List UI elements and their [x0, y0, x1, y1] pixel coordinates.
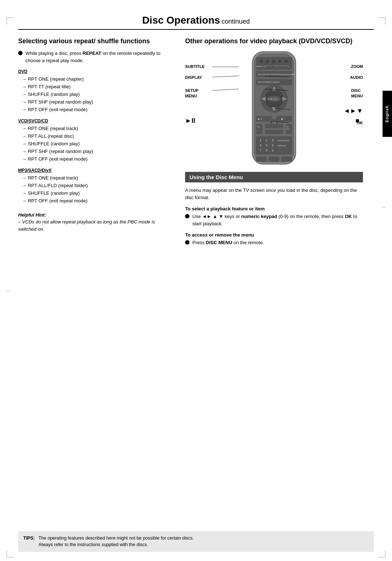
- disc-menu-intro: A menu may appear on the TV screen once …: [185, 187, 363, 201]
- svg-text:5: 5: [266, 144, 268, 147]
- svg-text:SETUP    MENU         MENU: SETUP MENU MENU: [258, 81, 279, 83]
- list-item: RPT ONE (repeat track): [22, 125, 174, 133]
- list-item: RPT SHF (repeat random play): [22, 98, 174, 106]
- ok-right-label: OK: [357, 121, 363, 125]
- list-item: RPT TT (repeat title): [22, 83, 174, 91]
- list-item: RPT ONE (repeat chapter): [22, 76, 174, 83]
- tips-text: The operating features described here mi…: [38, 535, 194, 549]
- svg-text:9: 9: [272, 149, 274, 152]
- list-item: SHUFFLE (random play): [22, 140, 174, 148]
- svg-text:■: ■: [281, 117, 283, 121]
- list-item: RPT OFF (exit repeat mode): [22, 156, 174, 163]
- svg-point-13: [272, 60, 275, 63]
- list-item: RPT OFF (exit repeat mode): [22, 197, 174, 205]
- dvd-list: RPT ONE (repeat chapter) RPT TT (repeat …: [18, 76, 174, 113]
- vcd-list: RPT ONE (repeat track) RPT ALL (repeat d…: [18, 125, 174, 163]
- list-item: RPT OFF (exit repeat mode): [22, 106, 174, 114]
- right-col-inner: Other operations for video playback (DVD…: [185, 37, 374, 246]
- svg-rect-56: [256, 157, 267, 162]
- mp3-list: RPT ONE (repeat track) RPT ALL/FLD (repe…: [18, 174, 174, 205]
- svg-point-15: [284, 60, 288, 63]
- repeat-intro-text: While playing a disc, press REPEAT on th…: [25, 50, 174, 64]
- corner-mark-br: [378, 550, 385, 557]
- tips-label: TIPS:: [23, 535, 35, 549]
- bullet-circle-feature: [185, 214, 189, 218]
- svg-text:DISPLAY SUBTITLE ZOOM AUDIO DI: DISPLAY SUBTITLE ZOOM AUDIO DISC: [256, 65, 290, 68]
- svg-point-12: [266, 60, 269, 63]
- svg-text:1: 1: [260, 138, 261, 142]
- corner-mark-tr: [378, 17, 385, 25]
- repeat-intro-bullet: While playing a disc, press REPEAT on th…: [18, 50, 174, 64]
- disc-menu-label: DISCMENU: [351, 88, 363, 98]
- remote-svg-wrapper: DISPLAY SUBTITLE ZOOM AUDIO DISC SUB SOU…: [185, 50, 363, 166]
- list-item: SHUFFLE (random play): [22, 190, 174, 197]
- dvd-label: DVD: [18, 69, 174, 74]
- tips-bar: TIPS: The operating features described h…: [18, 531, 374, 552]
- left-column: Selecting various repeat/ shuffle functi…: [18, 37, 174, 233]
- page-title: Disc Operations: [142, 15, 220, 26]
- svg-text:6: 6: [272, 144, 274, 147]
- right-column: Other operations for video playback (DVD…: [185, 37, 374, 249]
- bullet-circle-access: [185, 240, 189, 245]
- svg-rect-31: [276, 116, 292, 122]
- svg-rect-57: [269, 157, 279, 162]
- svg-rect-58: [281, 157, 292, 162]
- hint-title: Helpful Hint:: [18, 211, 174, 219]
- svg-text:7: 7: [260, 149, 261, 152]
- nav-arrows-label: ◄►▼: [344, 107, 363, 115]
- subtitle-label: SUBTITLE: [185, 64, 205, 69]
- corner-mark-bl: [7, 550, 14, 557]
- svg-text:►II: ►II: [257, 117, 262, 121]
- list-item: RPT ONE (repeat track): [22, 174, 174, 182]
- page-wrapper: English Disc Operations continued Select…: [0, 11, 392, 561]
- svg-text:2: 2: [266, 138, 268, 142]
- svg-point-14: [278, 60, 282, 63]
- page-title-area: Disc Operations continued: [18, 15, 374, 30]
- bullet-circle: [18, 51, 23, 55]
- svg-text:REPEAT: REPEAT: [278, 145, 286, 147]
- two-col-layout: Selecting various repeat/ shuffle functi…: [18, 37, 374, 249]
- left-section-heading: Selecting various repeat/ shuffle functi…: [18, 37, 174, 45]
- svg-text:SUB   SOUND  SUBWOOFER  BONVIV: SUB SOUND SUBWOOFER BONVIVANT: [258, 73, 295, 76]
- svg-text:VOL: VOL: [286, 128, 290, 130]
- svg-rect-38: [265, 130, 283, 134]
- disc-menu-bar: Using the Disc Menu: [185, 172, 363, 182]
- hint-text: – VCDs do not allow repeat playback as l…: [18, 218, 174, 233]
- feature-heading: To select a playback feature or item: [185, 206, 363, 211]
- list-item: RPT SHF (repeat random play): [22, 148, 174, 156]
- svg-text:PHILIPS: PHILIPS: [268, 98, 277, 100]
- svg-text:VOL: VOL: [257, 126, 260, 128]
- corner-mark-tl: [7, 17, 14, 25]
- side-mark-right: [382, 207, 385, 207]
- side-mark-left: [7, 291, 10, 292]
- right-section-heading: Other operations for video playback (DVD…: [185, 37, 363, 45]
- setup-menu-label: SETUPMENU: [185, 88, 199, 98]
- page-title-continued: continued: [221, 18, 250, 25]
- mp3-label: MP3/SACD/DivX: [18, 168, 174, 173]
- zoom-label: ZOOM: [351, 64, 363, 69]
- feature-bullet-item: Use ◄► ▲ ▼ keys or numeric keypad (0-9) …: [185, 213, 363, 227]
- helpful-hint: Helpful Hint: – VCDs do not allow repeat…: [18, 211, 174, 233]
- feature-text: Use ◄► ▲ ▼ keys or numeric keypad (0-9) …: [192, 213, 363, 227]
- list-item: SHUFFLE (random play): [22, 91, 174, 98]
- audio-label: AUDIO: [350, 75, 363, 80]
- svg-point-11: [260, 60, 263, 63]
- svg-text:OK: OK: [272, 121, 277, 124]
- access-bullet-item: Press DISC MENU on the remote.: [185, 239, 363, 246]
- remote-svg: DISPLAY SUBTITLE ZOOM AUDIO DISC SUB SOU…: [245, 50, 303, 166]
- main-content: Disc Operations continued Selecting vari…: [18, 11, 374, 249]
- list-item: RPT ALL (repeat disc): [22, 133, 174, 140]
- svg-rect-10: [256, 57, 292, 70]
- svg-text:3: 3: [272, 138, 274, 142]
- play-pause-label: ►II: [185, 117, 195, 125]
- remote-area: SUBTITLE DISPLAY SETUPMENU ZOOM AUDIO DI…: [185, 50, 363, 166]
- svg-text:PROGRAM: PROGRAM: [278, 140, 289, 142]
- list-item: RPT ALL/FLD (repeat folder): [22, 182, 174, 190]
- access-text: Press DISC MENU on the remote.: [192, 239, 264, 246]
- display-label: DISPLAY: [185, 75, 202, 80]
- svg-text:8: 8: [266, 149, 268, 152]
- vcd-label: VCD/SVCD/CD: [18, 118, 174, 124]
- svg-text:4: 4: [260, 144, 261, 147]
- access-heading: To access or remove the menu: [185, 232, 363, 238]
- language-tab: English: [383, 91, 392, 137]
